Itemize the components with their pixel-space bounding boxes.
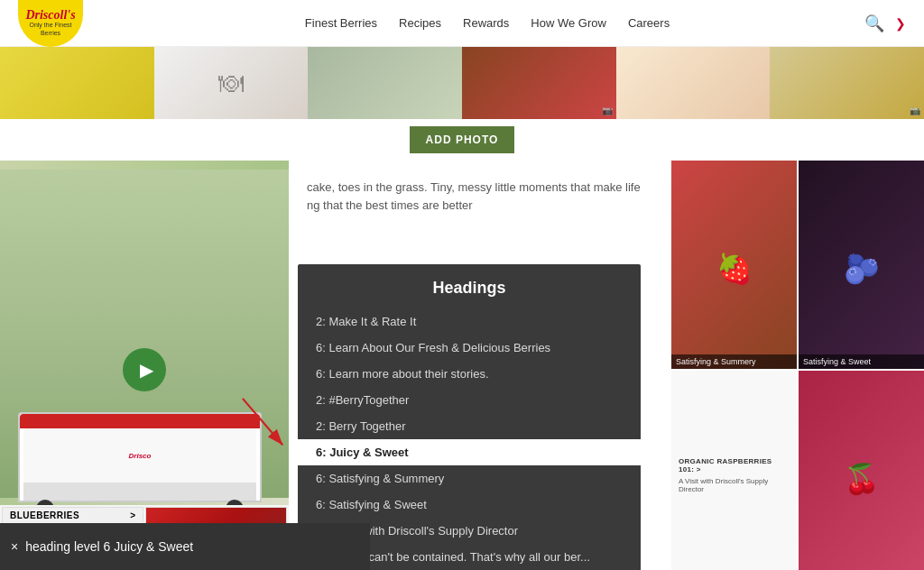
play-icon: ▶ <box>140 359 153 381</box>
nav-icons: 🔍 ❯ <box>864 14 906 33</box>
right-content: 🍓 Satisfying & Summery 🫐 Satisfying & Sw… <box>671 161 924 570</box>
add-photo-button[interactable]: ADD PHOTO <box>410 126 515 153</box>
main-area: Drisco ▶ #BerryTogether BLUEBERRIES > Ju… <box>0 161 924 570</box>
heading-item-6[interactable]: 6: Satisfying & Summery <box>298 465 641 492</box>
headings-popup-title: Headings <box>298 279 641 298</box>
nav-rewards[interactable]: Rewards <box>463 16 509 30</box>
grid-caption-1: Satisfying & Summery <box>671 354 797 369</box>
heading-item-1[interactable]: 6: Learn About Our Fresh & Delicious Ber… <box>298 335 641 361</box>
left-content: Drisco ▶ #BerryTogether BLUEBERRIES > Ju… <box>0 161 289 570</box>
logo-tagline: Only the Finest Berries <box>22 22 79 37</box>
photo-cell-4: 📷 <box>462 47 616 119</box>
add-photo-bar: ADD PHOTO <box>0 119 924 161</box>
logo-brand: Driscoll's <box>25 9 75 22</box>
photo-cell-3 <box>308 47 462 119</box>
nav-links: Finest Berries Recipes Rewards How We Gr… <box>110 16 864 30</box>
nav-careers[interactable]: Careers <box>628 16 670 30</box>
nav-how-we-grow[interactable]: How We Grow <box>531 16 606 30</box>
grid-cell-branded: ORGANIC RASPBERRIES 101: > A Visit with … <box>671 371 797 570</box>
logo-area[interactable]: Driscoll's Only the Finest Berries <box>18 0 83 47</box>
organic-raspberries-title: ORGANIC RASPBERRIES 101: > <box>679 457 790 473</box>
article-text: cake, toes in the grass. Tiny, messy lit… <box>307 179 653 214</box>
logo: Driscoll's Only the Finest Berries <box>18 0 83 47</box>
photo-strip: 🍽 📷 📷 <box>0 47 924 119</box>
nav-recipes[interactable]: Recipes <box>399 16 441 30</box>
heading-item-5-juicy-sweet[interactable]: 6: Juicy & Sweet <box>298 439 641 465</box>
heading-item-7[interactable]: 6: Satisfying & Sweet <box>298 492 641 518</box>
image-grid: 🍓 Satisfying & Summery 🫐 Satisfying & Sw… <box>671 161 924 570</box>
photo-cell-1 <box>0 47 154 119</box>
tooltip-text: heading level 6 Juicy & Sweet <box>25 539 193 554</box>
blueberries-title: BLUEBERRIES <box>10 510 79 520</box>
heading-item-2[interactable]: 6: Learn more about their stories. <box>298 361 641 387</box>
photo-cell-2: 🍽 <box>154 47 309 119</box>
nav-arrow-icon[interactable]: ❯ <box>895 16 906 31</box>
grid-caption-2: Satisfying & Sweet <box>799 354 924 369</box>
grid-cell-strawberry: 🍓 Satisfying & Summery <box>671 161 797 369</box>
heading-item-3[interactable]: 2: #BerryTogether <box>298 387 641 413</box>
navigation-bar: Driscoll's Only the Finest Berries Fines… <box>0 0 924 47</box>
grid-cell-blackberry: 🫐 Satisfying & Sweet <box>799 161 924 369</box>
tooltip-bar: × heading level 6 Juicy & Sweet <box>0 523 370 570</box>
tooltip-close-icon[interactable]: × <box>11 539 18 554</box>
photo-cell-6: 📷 <box>770 47 924 119</box>
photo-cell-5 <box>616 47 771 119</box>
grid-cell-raspberry: 🍒 <box>799 371 924 570</box>
nav-finest-berries[interactable]: Finest Berries <box>305 16 377 30</box>
blueberries-arrow: > <box>130 510 135 520</box>
heading-item-4[interactable]: 2: Berry Together <box>298 413 641 439</box>
heading-item-0[interactable]: 2: Make It & Rate It <box>298 308 641 335</box>
search-icon[interactable]: 🔍 <box>864 14 884 33</box>
play-button[interactable]: ▶ <box>123 348 166 391</box>
organic-raspberries-subtitle: A Visit with Driscoll's Supply Director <box>679 477 790 493</box>
